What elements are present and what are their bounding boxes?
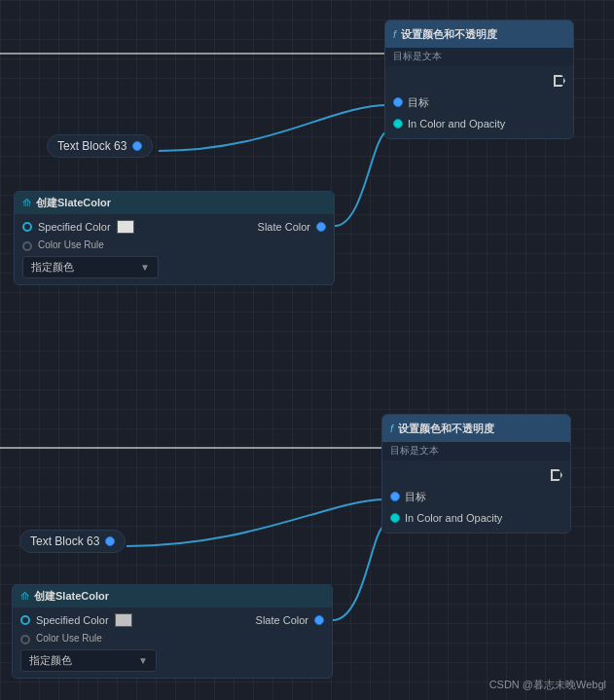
slate-title-top: ⟰ 创建SlateColor	[15, 192, 334, 214]
slate-color-out-row-bottom: Slate Color	[256, 614, 324, 626]
slate-color-out-label-top: Slate Color	[258, 221, 310, 233]
slate-title-bottom: ⟰ 创建SlateColor	[13, 585, 332, 608]
target-label-bottom: 目标	[405, 490, 426, 504]
color-rule-dropdown-bottom[interactable]: 指定颜色 ▼	[20, 649, 157, 672]
color-rule-pin-bottom	[20, 635, 30, 645]
exec-pin-row-bottom	[382, 464, 570, 486]
set-color-title-bottom: f 设置颜色和不透明度	[382, 415, 570, 442]
func-icon-bottom: f	[390, 423, 393, 434]
specified-color-pin-bottom[interactable]	[20, 615, 30, 625]
text-block-node-bottom[interactable]: Text Block 63	[19, 530, 126, 553]
color-rule-label-row-bottom: Color Use Rule	[20, 633, 324, 645]
target-pin-row-top: 目标	[385, 92, 573, 113]
set-color-label-top: 设置颜色和不透明度	[401, 27, 497, 42]
color-pin-row-bottom: In Color and Opacity	[382, 507, 570, 529]
text-block-node-top[interactable]: Text Block 63	[47, 134, 153, 158]
dropdown-arrow-top: ▼	[140, 262, 150, 273]
dropdown-value-bottom: 指定颜色	[29, 653, 72, 668]
color-rule-pin-top	[22, 241, 32, 251]
specified-color-row-top: Specified Color	[22, 220, 134, 234]
exec-out-pin-top[interactable]	[554, 75, 565, 87]
dropdown-arrow-bottom: ▼	[138, 655, 148, 666]
slate-color-node-top: ⟰ 创建SlateColor Specified Color Slate Col…	[14, 191, 335, 285]
slate-icon-bottom: ⟰	[20, 590, 29, 603]
slate-title-label-top: 创建SlateColor	[36, 196, 111, 210]
slate-main-row-top: Specified Color Slate Color	[22, 220, 326, 238]
set-color-title-top: f 设置颜色和不透明度	[385, 20, 573, 48]
text-block-out-pin-bottom[interactable]	[105, 536, 115, 546]
slate-body-top: Specified Color Slate Color Color Use Ru…	[15, 214, 334, 284]
text-block-label-top: Text Block 63	[57, 139, 126, 153]
specified-color-label-bottom: Specified Color	[36, 614, 109, 626]
color-use-rule-bottom: Color Use Rule 指定颜色 ▼	[20, 633, 324, 672]
slate-color-out-label-bottom: Slate Color	[256, 614, 308, 626]
color-pin-top[interactable]	[393, 119, 403, 129]
color-use-rule-label-top: Color Use Rule	[38, 239, 104, 250]
slate-main-row-bottom: Specified Color Slate Color	[20, 613, 324, 631]
set-color-label-bottom: 设置颜色和不透明度	[398, 422, 494, 436]
text-block-label-bottom: Text Block 63	[30, 534, 99, 548]
specified-color-row-bottom: Specified Color	[20, 613, 132, 627]
slate-color-out-row-top: Slate Color	[258, 221, 326, 233]
exec-out-pin-bottom[interactable]	[551, 469, 562, 481]
slate-color-node-bottom: ⟰ 创建SlateColor Specified Color Slate Col…	[12, 584, 333, 679]
color-pin-bottom[interactable]	[390, 513, 400, 523]
color-use-rule-label-bottom: Color Use Rule	[36, 633, 102, 644]
dropdown-value-top: 指定颜色	[31, 260, 74, 275]
color-use-rule-top: Color Use Rule 指定颜色 ▼	[22, 239, 326, 278]
target-label-top: 目标	[408, 95, 429, 110]
set-color-node-top: f 设置颜色和不透明度 目标是文本 目标 In Color and Opacit…	[384, 19, 574, 139]
specified-color-label-top: Specified Color	[38, 221, 111, 233]
target-pin-top[interactable]	[393, 97, 403, 107]
slate-body-bottom: Specified Color Slate Color Color Use Ru…	[13, 608, 332, 678]
color-swatch-bottom[interactable]	[115, 613, 132, 627]
color-swatch-top[interactable]	[117, 220, 134, 234]
set-color-subtitle-bottom: 目标是文本	[382, 442, 570, 461]
set-color-node-bottom: f 设置颜色和不透明度 目标是文本 目标 In Color and Opacit…	[381, 414, 571, 534]
color-rule-dropdown-top[interactable]: 指定颜色 ▼	[22, 256, 159, 278]
watermark: CSDN @暮志未晚Webgl	[489, 678, 606, 692]
slate-color-out-pin-bottom[interactable]	[314, 615, 324, 625]
color-rule-label-row-top: Color Use Rule	[22, 239, 326, 252]
set-color-subtitle-top: 目标是文本	[385, 48, 573, 66]
color-pin-row-top: In Color and Opacity	[385, 113, 573, 134]
target-pin-row-bottom: 目标	[382, 486, 570, 507]
slate-icon-top: ⟰	[22, 197, 31, 209]
color-label-bottom: In Color and Opacity	[405, 512, 502, 524]
color-label-top: In Color and Opacity	[408, 118, 505, 129]
text-block-out-pin-top[interactable]	[132, 141, 142, 151]
specified-color-pin-top[interactable]	[22, 222, 32, 232]
slate-title-label-bottom: 创建SlateColor	[34, 589, 109, 604]
exec-pin-row-top	[385, 70, 573, 92]
slate-color-out-pin-top[interactable]	[316, 222, 326, 232]
target-pin-bottom[interactable]	[390, 492, 400, 501]
func-icon-top: f	[393, 28, 396, 40]
